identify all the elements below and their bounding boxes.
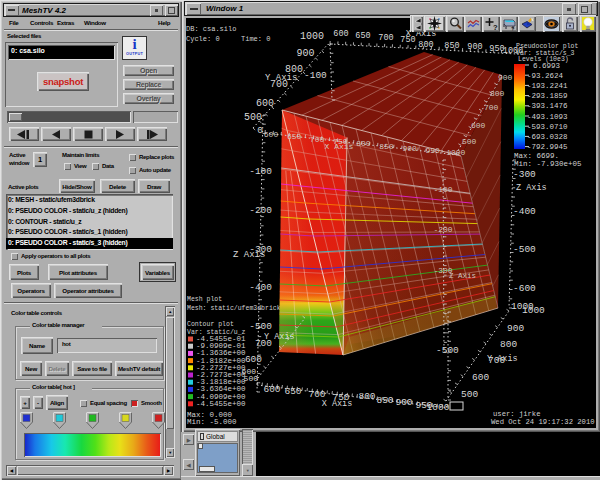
svg-text:600: 600	[256, 98, 274, 109]
svg-text:user: jirke: user: jirke	[493, 410, 540, 418]
svg-text:500: 500	[461, 389, 478, 400]
svg-text:-792.9945: -792.9945	[527, 143, 568, 151]
svg-text:-100: -100	[304, 70, 327, 81]
svg-text:Y Axis: Y Axis	[265, 73, 297, 83]
svg-text:0: 0	[257, 125, 263, 136]
svg-text:-500: -500	[436, 345, 459, 356]
svg-text:Min: -7.930e+05: Min: -7.930e+05	[514, 160, 582, 168]
svg-text:700: 700	[310, 135, 325, 144]
svg-text:600: 600	[333, 29, 348, 39]
svg-text:Z Axis: Z Axis	[449, 272, 476, 280]
svg-text:-493.1093: -493.1093	[527, 113, 568, 121]
svg-text:800: 800	[490, 89, 505, 98]
svg-text:600: 600	[264, 130, 279, 139]
svg-text:-100: -100	[249, 166, 272, 177]
svg-text:700: 700	[484, 103, 499, 112]
svg-text:Z Axis: Z Axis	[233, 250, 265, 260]
svg-text:900: 900	[402, 144, 417, 153]
svg-text:-400: -400	[249, 282, 272, 293]
svg-text:650: 650	[355, 31, 370, 41]
svg-text:Mesh: static/ufem3dbrick: Mesh: static/ufem3dbrick	[187, 305, 281, 312]
svg-text:-593.0710: -593.0710	[527, 123, 568, 131]
svg-text:Pseudocolor plot: Pseudocolor plot	[516, 43, 579, 50]
svg-text:Cycle: 0: Cycle: 0	[186, 35, 220, 43]
svg-text:800: 800	[418, 40, 433, 50]
svg-text:-100: -100	[433, 185, 452, 194]
svg-text:Time: 0: Time: 0	[241, 35, 270, 43]
svg-text:1000: 1000	[300, 31, 324, 42]
svg-text:500: 500	[244, 112, 262, 123]
svg-text:800: 800	[356, 139, 371, 148]
svg-text:Mesh plot: Mesh plot	[187, 296, 222, 303]
svg-text:Y Axis: Y Axis	[487, 354, 518, 364]
svg-text:DB: csa.silo: DB: csa.silo	[186, 25, 236, 33]
svg-text:650: 650	[284, 386, 301, 397]
svg-text:6.6993: 6.6993	[533, 62, 561, 70]
svg-text:850: 850	[379, 142, 394, 151]
svg-text:Min: -5.000: Min: -5.000	[187, 418, 237, 426]
svg-text:500: 500	[244, 374, 259, 383]
svg-text:-4.5455e+00: -4.5455e+00	[196, 400, 246, 408]
svg-text:?: ?	[493, 23, 498, 31]
svg-text:-193.2241: -193.2241	[527, 82, 568, 90]
svg-text:900: 900	[467, 42, 482, 52]
svg-text:-300: -300	[513, 169, 536, 180]
svg-text:-500: -500	[513, 244, 536, 255]
svg-text:-400: -400	[513, 206, 536, 217]
svg-text:900: 900	[498, 73, 513, 82]
svg-text:-293.1859: -293.1859	[527, 92, 568, 100]
svg-text:-600: -600	[513, 283, 536, 294]
svg-text:-393.1476: -393.1476	[527, 102, 568, 110]
svg-text:-693.0328: -693.0328	[527, 133, 568, 141]
svg-text:Contour plot: Contour plot	[187, 321, 234, 328]
svg-text:-200: -200	[433, 225, 452, 234]
svg-text:650: 650	[287, 132, 302, 141]
svg-text:700: 700	[378, 33, 393, 43]
svg-text:1000: 1000	[446, 148, 465, 157]
svg-text:600: 600	[263, 384, 280, 395]
svg-text:Wed Oct 24 19:17:32 2010: Wed Oct 24 19:17:32 2010	[491, 418, 595, 426]
svg-text:600: 600	[245, 354, 262, 365]
svg-text:-93.2624: -93.2624	[527, 72, 564, 80]
svg-text:950: 950	[425, 146, 440, 155]
svg-text:?: ?	[511, 26, 515, 31]
svg-text:X Axis: X Axis	[325, 142, 354, 151]
svg-text:Max: 6699.: Max: 6699.	[514, 152, 559, 160]
svg-text:800: 800	[500, 339, 517, 350]
svg-text:X Axis: X Axis	[322, 399, 353, 409]
svg-text:900: 900	[395, 397, 412, 408]
svg-text:600: 600	[471, 121, 486, 130]
svg-text:900: 900	[507, 323, 524, 334]
svg-text:900: 900	[297, 48, 315, 59]
svg-text:850: 850	[444, 41, 459, 51]
svg-text:Y Axis: Y Axis	[264, 332, 295, 342]
svg-text:800: 800	[358, 391, 375, 402]
svg-text:850: 850	[376, 395, 393, 406]
svg-text:1000: 1000	[522, 305, 545, 316]
svg-text:1000: 1000	[427, 402, 450, 413]
svg-text:Z Axis: Z Axis	[516, 183, 547, 193]
svg-text:-500: -500	[249, 321, 272, 332]
svg-text:600: 600	[472, 372, 489, 383]
svg-text:500: 500	[462, 137, 477, 146]
svg-text:-200: -200	[249, 205, 272, 216]
